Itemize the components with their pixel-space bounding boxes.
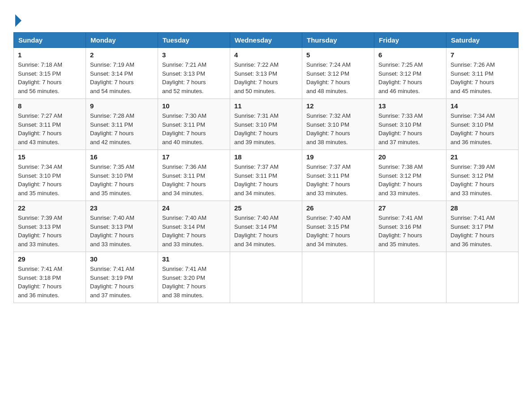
day-info: Sunrise: 7:40 AM Sunset: 3:14 PM Dayligh…: [162, 214, 226, 248]
day-number: 31: [162, 255, 226, 263]
day-info: Sunrise: 7:36 AM Sunset: 3:11 PM Dayligh…: [162, 163, 226, 197]
calendar-cell: 3 Sunrise: 7:21 AM Sunset: 3:13 PM Dayli…: [158, 48, 230, 99]
day-info: Sunrise: 7:34 AM Sunset: 3:10 PM Dayligh…: [18, 163, 82, 197]
day-info: Sunrise: 7:25 AM Sunset: 3:12 PM Dayligh…: [378, 60, 442, 95]
day-info: Sunrise: 7:35 AM Sunset: 3:10 PM Dayligh…: [90, 163, 154, 197]
day-number: 7: [450, 51, 514, 59]
calendar-cell: 9 Sunrise: 7:28 AM Sunset: 3:11 PM Dayli…: [86, 99, 158, 150]
calendar-cell: 24 Sunrise: 7:40 AM Sunset: 3:14 PM Dayl…: [158, 201, 230, 252]
column-header-friday: Friday: [374, 33, 446, 48]
day-info: Sunrise: 7:27 AM Sunset: 3:11 PM Dayligh…: [18, 111, 82, 146]
calendar-cell: 25 Sunrise: 7:40 AM Sunset: 3:14 PM Dayl…: [230, 201, 302, 252]
day-info: Sunrise: 7:39 AM Sunset: 3:13 PM Dayligh…: [18, 214, 82, 248]
column-header-wednesday: Wednesday: [230, 33, 302, 48]
day-info: Sunrise: 7:38 AM Sunset: 3:12 PM Dayligh…: [378, 163, 442, 197]
calendar-cell: 6 Sunrise: 7:25 AM Sunset: 3:12 PM Dayli…: [374, 48, 446, 99]
calendar-cell: 1 Sunrise: 7:18 AM Sunset: 3:15 PM Dayli…: [14, 48, 86, 99]
calendar-cell: 22 Sunrise: 7:39 AM Sunset: 3:13 PM Dayl…: [14, 201, 86, 252]
day-info: Sunrise: 7:32 AM Sunset: 3:10 PM Dayligh…: [306, 111, 370, 146]
calendar-week-1: 1 Sunrise: 7:18 AM Sunset: 3:15 PM Dayli…: [14, 48, 519, 99]
day-info: Sunrise: 7:22 AM Sunset: 3:13 PM Dayligh…: [234, 60, 298, 95]
calendar-cell: 8 Sunrise: 7:27 AM Sunset: 3:11 PM Dayli…: [14, 99, 86, 150]
day-number: 6: [378, 51, 442, 59]
calendar-cell: 28 Sunrise: 7:41 AM Sunset: 3:17 PM Dayl…: [446, 201, 519, 252]
day-info: Sunrise: 7:30 AM Sunset: 3:11 PM Dayligh…: [162, 111, 226, 146]
day-number: 3: [162, 51, 226, 59]
calendar-week-2: 8 Sunrise: 7:27 AM Sunset: 3:11 PM Dayli…: [14, 99, 519, 150]
day-number: 14: [450, 102, 514, 110]
day-number: 23: [90, 204, 154, 212]
day-info: Sunrise: 7:21 AM Sunset: 3:13 PM Dayligh…: [162, 60, 226, 95]
day-info: Sunrise: 7:41 AM Sunset: 3:17 PM Dayligh…: [450, 214, 514, 248]
calendar-week-3: 15 Sunrise: 7:34 AM Sunset: 3:10 PM Dayl…: [14, 150, 519, 201]
day-number: 1: [18, 51, 82, 59]
calendar-cell: 15 Sunrise: 7:34 AM Sunset: 3:10 PM Dayl…: [14, 150, 86, 201]
column-header-monday: Monday: [86, 33, 158, 48]
calendar-table: SundayMondayTuesdayWednesdayThursdayFrid…: [13, 32, 519, 303]
calendar-cell: 16 Sunrise: 7:35 AM Sunset: 3:10 PM Dayl…: [86, 150, 158, 201]
day-number: 16: [90, 153, 154, 161]
day-number: 4: [234, 51, 298, 59]
day-info: Sunrise: 7:41 AM Sunset: 3:19 PM Dayligh…: [90, 265, 154, 300]
day-info: Sunrise: 7:28 AM Sunset: 3:11 PM Dayligh…: [90, 111, 154, 146]
calendar-cell: 30 Sunrise: 7:41 AM Sunset: 3:19 PM Dayl…: [86, 252, 158, 303]
calendar-cell: 31 Sunrise: 7:41 AM Sunset: 3:20 PM Dayl…: [158, 252, 230, 303]
day-info: Sunrise: 7:24 AM Sunset: 3:12 PM Dayligh…: [306, 60, 370, 95]
calendar-header-row: SundayMondayTuesdayWednesdayThursdayFrid…: [14, 33, 519, 48]
calendar-cell: [446, 252, 519, 303]
calendar-cell: 7 Sunrise: 7:26 AM Sunset: 3:11 PM Dayli…: [446, 48, 519, 99]
calendar-cell: 10 Sunrise: 7:30 AM Sunset: 3:11 PM Dayl…: [158, 99, 230, 150]
calendar-cell: 21 Sunrise: 7:39 AM Sunset: 3:12 PM Dayl…: [446, 150, 519, 201]
day-info: Sunrise: 7:37 AM Sunset: 3:11 PM Dayligh…: [234, 163, 298, 197]
day-info: Sunrise: 7:40 AM Sunset: 3:14 PM Dayligh…: [234, 214, 298, 248]
day-number: 9: [90, 102, 154, 110]
day-number: 29: [18, 255, 82, 263]
day-info: Sunrise: 7:37 AM Sunset: 3:11 PM Dayligh…: [306, 163, 370, 197]
calendar-cell: [302, 252, 374, 303]
day-info: Sunrise: 7:40 AM Sunset: 3:15 PM Dayligh…: [306, 214, 370, 248]
calendar-cell: 17 Sunrise: 7:36 AM Sunset: 3:11 PM Dayl…: [158, 150, 230, 201]
calendar-cell: 12 Sunrise: 7:32 AM Sunset: 3:10 PM Dayl…: [302, 99, 374, 150]
day-info: Sunrise: 7:41 AM Sunset: 3:16 PM Dayligh…: [378, 214, 442, 248]
day-number: 26: [306, 204, 370, 212]
day-info: Sunrise: 7:41 AM Sunset: 3:20 PM Dayligh…: [162, 265, 226, 300]
day-info: Sunrise: 7:18 AM Sunset: 3:15 PM Dayligh…: [18, 60, 82, 95]
calendar-week-4: 22 Sunrise: 7:39 AM Sunset: 3:13 PM Dayl…: [14, 201, 519, 252]
day-number: 18: [234, 153, 298, 161]
calendar-cell: [230, 252, 302, 303]
calendar-cell: 20 Sunrise: 7:38 AM Sunset: 3:12 PM Dayl…: [374, 150, 446, 201]
day-number: 28: [450, 204, 514, 212]
logo-top: [13, 13, 21, 27]
column-header-sunday: Sunday: [14, 33, 86, 48]
day-info: Sunrise: 7:40 AM Sunset: 3:13 PM Dayligh…: [90, 214, 154, 248]
calendar-week-5: 29 Sunrise: 7:41 AM Sunset: 3:18 PM Dayl…: [14, 252, 519, 303]
calendar-cell: 13 Sunrise: 7:33 AM Sunset: 3:10 PM Dayl…: [374, 99, 446, 150]
day-number: 12: [306, 102, 370, 110]
calendar-cell: 14 Sunrise: 7:34 AM Sunset: 3:10 PM Dayl…: [446, 99, 519, 150]
day-number: 2: [90, 51, 154, 59]
calendar-cell: 4 Sunrise: 7:22 AM Sunset: 3:13 PM Dayli…: [230, 48, 302, 99]
column-header-tuesday: Tuesday: [158, 33, 230, 48]
day-info: Sunrise: 7:19 AM Sunset: 3:14 PM Dayligh…: [90, 60, 154, 95]
day-number: 19: [306, 153, 370, 161]
day-info: Sunrise: 7:41 AM Sunset: 3:18 PM Dayligh…: [18, 265, 82, 300]
day-number: 20: [378, 153, 442, 161]
calendar-cell: 26 Sunrise: 7:40 AM Sunset: 3:15 PM Dayl…: [302, 201, 374, 252]
day-number: 8: [18, 102, 82, 110]
day-number: 25: [234, 204, 298, 212]
logo: [13, 13, 21, 24]
calendar-cell: 5 Sunrise: 7:24 AM Sunset: 3:12 PM Dayli…: [302, 48, 374, 99]
calendar-cell: 11 Sunrise: 7:31 AM Sunset: 3:10 PM Dayl…: [230, 99, 302, 150]
day-number: 15: [18, 153, 82, 161]
column-header-saturday: Saturday: [446, 33, 519, 48]
calendar-cell: 23 Sunrise: 7:40 AM Sunset: 3:13 PM Dayl…: [86, 201, 158, 252]
day-number: 11: [234, 102, 298, 110]
calendar-cell: 18 Sunrise: 7:37 AM Sunset: 3:11 PM Dayl…: [230, 150, 302, 201]
day-info: Sunrise: 7:39 AM Sunset: 3:12 PM Dayligh…: [450, 163, 514, 197]
calendar-cell: 19 Sunrise: 7:37 AM Sunset: 3:11 PM Dayl…: [302, 150, 374, 201]
day-info: Sunrise: 7:26 AM Sunset: 3:11 PM Dayligh…: [450, 60, 514, 95]
calendar-cell: 27 Sunrise: 7:41 AM Sunset: 3:16 PM Dayl…: [374, 201, 446, 252]
day-number: 17: [162, 153, 226, 161]
calendar-cell: 2 Sunrise: 7:19 AM Sunset: 3:14 PM Dayli…: [86, 48, 158, 99]
day-number: 24: [162, 204, 226, 212]
